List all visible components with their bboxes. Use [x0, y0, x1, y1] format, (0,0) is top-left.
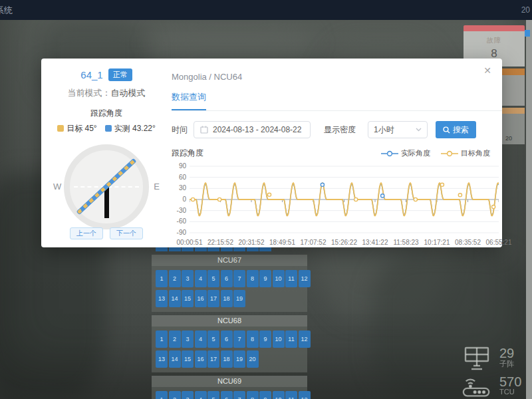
ncu-tracker-button[interactable]: 15 [182, 350, 194, 368]
date-range-input[interactable]: 2024-08-13 - 2024-08-22 [194, 121, 311, 138]
ncu-tracker-button[interactable]: 2 [169, 331, 181, 348]
ncu-tracker-button[interactable]: 8 [247, 391, 259, 399]
data-point-marker [192, 198, 195, 201]
query-controls: 时间 2024-08-13 - 2024-08-22 显示密度 1小时 搜索 [172, 121, 502, 138]
y-axis-tick-label: -60 [172, 217, 186, 225]
next-button[interactable]: 下一个 [110, 227, 143, 239]
ncu-tracker-button[interactable]: 13 [156, 350, 168, 368]
ncu-tracker-button[interactable]: 18 [221, 290, 233, 307]
y-axis-tick-label: 90 [172, 162, 186, 170]
ncu-tracker-button[interactable]: 14 [169, 290, 181, 307]
data-point-marker [354, 198, 358, 201]
x-axis-tick-label: 20:31:52 [239, 239, 265, 246]
ncu-tracker-button[interactable]: 4 [195, 331, 207, 348]
ncu-tracker-button[interactable]: 11 [285, 270, 297, 287]
time-label: 时间 [172, 124, 188, 136]
ncu-tracker-button[interactable]: 19 [233, 290, 245, 307]
ncu-tracker-button[interactable]: 6 [221, 331, 233, 348]
ncu-tracker-button[interactable]: 12 [299, 270, 311, 287]
date-range-value: 2024-08-13 - 2024-08-22 [213, 125, 301, 134]
search-button[interactable]: 搜索 [436, 121, 476, 138]
top-navbar: 系统 20 [0, 0, 532, 20]
ncu-tracker-button[interactable]: 10 [273, 391, 285, 399]
search-icon [443, 126, 450, 134]
y-axis-tick-label: 60 [172, 174, 186, 181]
ncu-tracker-button[interactable]: 7 [233, 391, 245, 399]
ncu-tracker-button[interactable]: 16 [195, 290, 207, 307]
ncu-tracker-button[interactable]: 3 [182, 270, 194, 287]
subarray-stat: 29 子阵 [461, 344, 521, 372]
data-point-marker [492, 205, 495, 209]
legend-actual-angle[interactable]: 实际角度 [381, 148, 430, 158]
ncu-tracker-button[interactable]: 16 [195, 350, 207, 368]
data-point-marker [458, 194, 462, 197]
ncu-button-clipped[interactable] [156, 247, 168, 251]
density-select[interactable]: 1小时 [368, 121, 428, 138]
ncu-tracker-button[interactable]: 8 [247, 331, 259, 348]
ncu-tracker-button[interactable]: 1 [156, 331, 168, 348]
ncu-tracker-button[interactable]: 4 [195, 391, 207, 399]
ncu-tracker-button[interactable]: 10 [273, 270, 285, 287]
ncu-tracker-button[interactable]: 5 [207, 270, 219, 287]
ncu-tracker-button[interactable]: 9 [259, 270, 271, 287]
previous-button[interactable]: 上一个 [70, 227, 103, 239]
tcu-stat: 570 TCU [461, 372, 521, 399]
ncu-tracker-button[interactable]: 1 [156, 270, 168, 287]
tab-data-query[interactable]: 数据查询 [172, 91, 206, 110]
chevron-down-icon [416, 128, 422, 132]
ncu-tracker-button[interactable]: 4 [195, 270, 207, 287]
ncu-tracker-button[interactable]: 19 [233, 350, 245, 368]
ncu-tracker-button[interactable]: 14 [169, 350, 181, 368]
ncu-tracker-button[interactable]: 11 [285, 391, 297, 399]
ncu-tracker-button[interactable]: 20 [247, 350, 259, 368]
ncu-tracker-button[interactable]: 2 [169, 270, 181, 287]
ncu-tracker-button[interactable]: 13 [156, 290, 168, 307]
ncu-tracker-button[interactable]: 3 [182, 391, 194, 399]
data-point-marker [267, 193, 271, 196]
tracking-angle-chart[interactable]: 9060300-30-60-9000:00:5122:15:5220:31:52… [172, 160, 502, 249]
router-icon [461, 373, 493, 398]
x-axis-tick-label: 06:55:21 [486, 239, 512, 246]
ncu-tracker-button[interactable]: 11 [285, 331, 297, 348]
map-text-label: 20 [505, 135, 512, 142]
x-axis-tick-label: 15:26:22 [331, 239, 357, 246]
ncu-tracker-button[interactable]: 6 [221, 270, 233, 287]
actual-angle-value: 43.22° [132, 124, 156, 133]
ncu-tracker-button[interactable]: 12 [299, 391, 311, 399]
ncu-tracker-button[interactable]: 9 [259, 391, 271, 399]
ncu-tracker-button[interactable]: 8 [247, 270, 259, 287]
ncu-tracker-button[interactable]: 17 [207, 290, 219, 307]
x-axis-tick-label: 10:17:21 [424, 239, 450, 246]
ncu-section: NCU681234567891011121314151617181920 [152, 315, 307, 372]
ncu-button-grid: 12345678910111213141516171819 [152, 266, 307, 307]
ncu-tracker-button[interactable]: 5 [207, 331, 219, 348]
ncu-tracker-button[interactable]: 1 [156, 391, 168, 399]
target-angle-value: 45° [85, 124, 97, 133]
gauge-title: 跟踪角度 [41, 108, 172, 119]
ncu-tracker-button[interactable]: 15 [182, 290, 194, 307]
tab-bar: 数据查询 [172, 90, 502, 111]
east-label: E [154, 182, 160, 192]
ncu-tracker-button[interactable]: 10 [273, 331, 285, 348]
x-axis-tick-label: 11:58:23 [393, 239, 418, 246]
ncu-tracker-button[interactable]: 6 [221, 391, 233, 399]
device-panel: 64_1正常 当前模式：自动模式 跟踪角度 目标 45° 实测 43.22° W… [41, 59, 172, 247]
device-id[interactable]: 64_1 [80, 69, 102, 80]
legend-target-angle[interactable]: 目标角度 [441, 148, 490, 158]
ncu-button-grid: 123456789101112 [152, 387, 307, 399]
ncu-tracker-button[interactable]: 12 [299, 331, 311, 348]
ncu-tracker-button[interactable]: 5 [207, 391, 219, 399]
plant-stats: 29 子阵 570 TCU [461, 344, 521, 399]
tracker-detail-dialog: ✕ 64_1正常 当前模式：自动模式 跟踪角度 目标 45° 实测 43.22°… [41, 59, 502, 247]
app-title-partial: 系统 [0, 5, 13, 17]
ncu-tracker-button[interactable]: 2 [169, 391, 181, 399]
ncu-tracker-button[interactable]: 17 [207, 350, 219, 368]
ncu-button-grid: 1234567891011121314151617181920 [152, 327, 307, 368]
data-point-marker [218, 198, 221, 201]
ncu-tracker-button[interactable]: 9 [259, 331, 271, 348]
ncu-tracker-button[interactable]: 7 [233, 270, 245, 287]
ncu-tracker-button[interactable]: 18 [221, 350, 233, 368]
tracker-pole [104, 187, 109, 218]
ncu-tracker-button[interactable]: 3 [182, 331, 194, 348]
ncu-tracker-button[interactable]: 7 [233, 331, 245, 348]
